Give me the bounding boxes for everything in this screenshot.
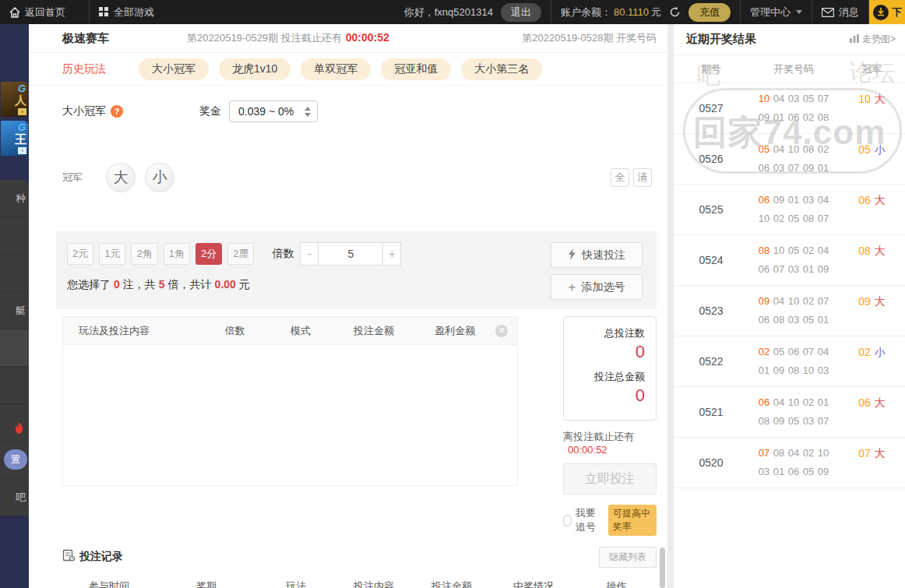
rail-menu-item[interactable]: 置 (0, 442, 29, 479)
multiplier-plus-button[interactable]: + (382, 242, 401, 266)
select-all-button[interactable]: 全 (611, 168, 629, 187)
multiplier-input[interactable]: 5 (318, 242, 383, 266)
numbers-line-1: 1004030507 (748, 90, 839, 108)
tab-大小第三名[interactable]: 大小第三名 (461, 58, 542, 80)
draw-number: 10 (801, 361, 816, 380)
spinner-arrows-icon[interactable] (305, 107, 311, 117)
draw-number: 05 (757, 140, 772, 159)
draw-number: 06 (757, 191, 772, 209)
list-item: 05271004030507090106020810大 (674, 83, 905, 134)
prize-select[interactable]: 0.039 ~ 0% (229, 100, 318, 122)
draw-number: 10 (816, 444, 831, 463)
amount-chip-2元[interactable]: 2元 (67, 243, 93, 265)
draw-number: 04 (816, 241, 831, 260)
record-header-cell: 中奖情况 (491, 579, 576, 588)
multiplier-minus-button[interactable]: - (300, 242, 319, 266)
option-小[interactable]: 小 (145, 163, 174, 192)
list-item: 05250609010304100205080706大 (674, 185, 905, 235)
numbers-line-1: 0604100201 (748, 393, 839, 412)
tab-大小冠军[interactable]: 大小冠军 (139, 58, 209, 80)
plus-icon: + (569, 282, 576, 293)
result-champion: 09大 (839, 292, 905, 329)
numbers-line-2: 0603070901 (748, 159, 839, 178)
admin-menu[interactable]: 管理中心 (740, 0, 812, 24)
draw-number: 08 (787, 361, 801, 380)
home-link[interactable]: 返回首页 (0, 0, 75, 24)
rail-menu-item[interactable] (0, 217, 29, 255)
recharge-button[interactable]: 充值 (688, 3, 731, 22)
refresh-icon[interactable] (669, 6, 681, 18)
draw-number: 08 (801, 140, 816, 159)
numbers-line-1: 0904100207 (748, 292, 839, 311)
clear-slip-icon[interactable]: ✕ (495, 325, 508, 337)
records-title: 投注记录 (79, 550, 123, 564)
draw-number: 02 (801, 393, 816, 412)
messages-label: 消息 (839, 5, 859, 19)
clear-button[interactable]: 清 (633, 168, 652, 187)
game-tile-2[interactable]: G 王 › (1, 121, 28, 156)
admin-label: 管理中心 (750, 5, 791, 19)
all-games-link[interactable]: 全部游戏 (89, 0, 164, 24)
draw-number: 03 (757, 463, 772, 481)
amount-chip-2分[interactable]: 2分 (195, 243, 222, 265)
logout-button[interactable]: 退出 (501, 3, 541, 22)
champion-number: 06 (858, 194, 871, 206)
draw-number: 07 (772, 260, 787, 279)
draw-number: 05 (801, 311, 816, 329)
lightning-icon (568, 248, 576, 262)
tab-龙虎1v10[interactable]: 龙虎1v10 (219, 58, 291, 80)
champion-size: 小 (875, 143, 886, 156)
tile-arrow-icon: › (18, 147, 26, 154)
last-period-label: 第20220519-0528期 开奖号码 (522, 31, 657, 45)
chase-radio[interactable] (563, 515, 572, 526)
draw-number: 06 (757, 393, 772, 412)
results-title: 近期开奖结果 (686, 32, 756, 47)
rail-menu-item[interactable] (0, 404, 29, 442)
amount-chip-2厘[interactable]: 2厘 (227, 243, 254, 265)
draw-number: 04 (772, 90, 787, 108)
tab-冠亚和值[interactable]: 冠亚和值 (381, 58, 451, 80)
bet-slip-table: 玩法及投注内容倍数模式投注金额盈利金额✕ (62, 316, 518, 486)
champion-size: 大 (875, 93, 886, 105)
rail-menu-item[interactable] (0, 255, 29, 292)
draw-number: 09 (772, 412, 787, 431)
tab-单双冠军[interactable]: 单双冠军 (301, 58, 371, 80)
quick-bet-button[interactable]: 快速投注 (551, 242, 643, 268)
trend-chart-link[interactable]: 走势图> (850, 33, 896, 46)
play-tabs: 历史玩法 大小冠军龙虎1v10单双冠军冠亚和值大小第三名 (29, 53, 667, 86)
help-icon[interactable]: ? (111, 105, 123, 118)
draw-number: 08 (816, 108, 831, 127)
download-app-button[interactable]: 下 (868, 0, 905, 24)
rail-menu-item[interactable] (0, 329, 29, 367)
rail-menu-item[interactable]: 艇 (0, 292, 29, 329)
records-scrollbar[interactable] (660, 548, 665, 588)
results-header-cell: 开奖号码 (748, 62, 839, 76)
messages-link[interactable]: 消息 (812, 0, 868, 24)
result-numbers: 09041002070608030501 (748, 292, 839, 329)
amount-chip-2角[interactable]: 2角 (131, 243, 157, 265)
tab-history-plays[interactable]: 历史玩法 (62, 62, 106, 76)
amount-chip-1角[interactable]: 1角 (164, 243, 190, 265)
draw-number: 03 (801, 191, 816, 209)
champion-size: 大 (875, 295, 886, 308)
bet-records-section: 投注记录 隐藏列表 参与时间奖期玩法投注内容投注金额中奖情况操作 05-19 0… (62, 546, 657, 588)
submit-bet-button[interactable]: 立即投注 (563, 463, 657, 495)
numbers-line-1: 0504100802 (748, 140, 839, 159)
rail-pill-item[interactable]: 置 (4, 449, 27, 470)
rail-menu-item[interactable]: 吧 (0, 479, 29, 516)
add-numbers-button[interactable]: + 添加选号 (551, 274, 643, 300)
option-大[interactable]: 大 (106, 163, 136, 192)
draw-number: 04 (816, 343, 831, 361)
summary-multiplier: 5 (159, 278, 165, 290)
result-period: 0521 (674, 403, 748, 421)
deadline-timer: 00:00:52 (568, 444, 607, 456)
rail-menu-item[interactable] (0, 367, 29, 404)
list-item: 05210604100201080905030706大 (674, 387, 905, 438)
amount-chip-1元[interactable]: 1元 (99, 243, 125, 265)
rail-menu-item[interactable]: 种 (0, 180, 29, 217)
hide-list-button[interactable]: 隐藏列表 (599, 547, 657, 568)
draw-number: 02 (772, 209, 787, 228)
draw-number: 01 (816, 311, 831, 329)
recent-results-panel: 近期开奖结果 走势图> 期号开奖号码冠军 0527100403050709010… (674, 24, 905, 588)
game-tile-1[interactable]: G 人 › (1, 82, 28, 117)
